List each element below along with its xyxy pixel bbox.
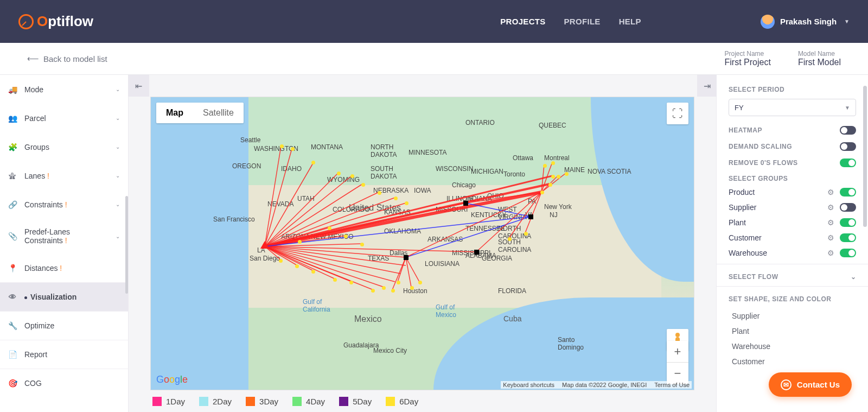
sidebar-item-distances[interactable]: 📍Distances !: [0, 253, 128, 282]
legend-swatch: [152, 397, 162, 406]
logo-mark-icon: [18, 14, 34, 29]
gear-icon[interactable]: ⚙: [827, 203, 834, 212]
map-node-square: [463, 201, 468, 206]
contact-us-button[interactable]: ✉ Contact Us: [769, 372, 852, 397]
legend-swatch: [386, 397, 395, 406]
sidebar-item-cog[interactable]: 🎯COG: [0, 369, 128, 397]
contact-label: Contact Us: [797, 380, 840, 389]
sidebar-item-mode[interactable]: 🚚Mode⌄: [0, 75, 128, 104]
shape-item-plant[interactable]: Plant: [729, 324, 856, 339]
right-panel: ⇥ SELECT PERIOD FY ▼ HEATMAP DEMAND SCAL…: [716, 75, 868, 412]
link-icon: 🔗: [8, 200, 17, 209]
avatar-icon: [761, 15, 775, 29]
legend-item-5day: 5Day: [339, 397, 372, 406]
chevron-down-icon: ▼: [844, 18, 850, 24]
svg-line-42: [392, 257, 406, 290]
group-row-warehouse: Warehouse⚙: [729, 249, 856, 257]
puzzle-icon: 🧩: [8, 143, 17, 151]
legend-swatch: [199, 397, 208, 406]
primary-nav: PROJECTS PROFILE HELP: [500, 17, 641, 26]
arrow-left-icon: ⟵: [27, 54, 39, 64]
target-icon: 🎯: [8, 379, 17, 388]
group-warehouse-toggle[interactable]: [840, 249, 856, 257]
pin-icon: 📍: [8, 264, 17, 272]
legend-item-4day: 4Day: [292, 397, 325, 406]
user-menu[interactable]: Prakash Singh ▼: [761, 15, 850, 29]
gear-icon[interactable]: ⚙: [827, 188, 834, 197]
truck-icon: 🚚: [8, 85, 17, 94]
group-row-supplier: Supplier⚙: [729, 203, 856, 212]
right-panel-collapse-button[interactable]: ⇥: [697, 75, 717, 97]
gear-icon[interactable]: ⚙: [827, 233, 834, 242]
demand-scaling-toggle[interactable]: [840, 142, 856, 151]
group-row-plant: Plant⚙: [729, 218, 856, 227]
sidebar-item-visualization[interactable]: 👁Visualization: [0, 282, 128, 311]
gear-icon[interactable]: ⚙: [827, 218, 834, 227]
sidebar-item-optimize[interactable]: 🔧Optimize: [0, 311, 128, 340]
legend-swatch: [292, 397, 302, 406]
svg-line-31: [406, 217, 531, 257]
sidebar: ⇤ 🚚Mode⌄👥Parcel⌄🧩Groups⌄🛣Lanes !⌄🔗Constr…: [0, 75, 129, 412]
svg-line-32: [476, 192, 541, 252]
shape-item-customer[interactable]: Customer: [729, 354, 856, 369]
keyboard-shortcuts-link[interactable]: Keyboard shortcuts: [503, 382, 554, 388]
terms-link[interactable]: Terms of Use: [654, 382, 690, 388]
map-node-square: [474, 250, 479, 255]
map-node-square: [404, 255, 409, 260]
gear-icon[interactable]: ⚙: [827, 249, 834, 257]
select-period-label: SELECT PERIOD: [729, 86, 856, 93]
map-type-satellite-button[interactable]: Satellite: [193, 103, 244, 123]
svg-line-30: [465, 203, 531, 217]
fullscreen-button[interactable]: ⛶: [667, 103, 688, 124]
nav-help[interactable]: HELP: [619, 17, 641, 26]
map-type-map-button[interactable]: Map: [156, 103, 193, 123]
users-icon: 👥: [8, 114, 17, 123]
chevron-down-icon: ⌄: [116, 233, 120, 239]
sidebar-item-groups[interactable]: 🧩Groups⌄: [0, 132, 128, 161]
set-shape-label: SET SHAPE, SIZE AND COLOR: [729, 295, 856, 303]
group-plant-toggle[interactable]: [840, 218, 856, 227]
map-node-square: [528, 214, 533, 219]
remove-zero-flows-toggle[interactable]: [840, 159, 856, 167]
nav-projects[interactable]: PROJECTS: [500, 17, 545, 26]
google-logo: Google: [156, 374, 188, 385]
flow-lines: [151, 97, 694, 390]
subheader: ⟵ Back to model list Project Name First …: [0, 43, 868, 75]
back-to-models-link[interactable]: ⟵ Back to model list: [27, 54, 107, 64]
shape-item-supplier[interactable]: Supplier: [729, 308, 856, 324]
logo[interactable]: Optiflow: [18, 13, 93, 30]
group-supplier-toggle[interactable]: [840, 203, 856, 212]
demand-scaling-label: DEMAND SCALING: [729, 143, 792, 150]
remove-zero-flows-label: REMOVE 0'S FLOWS: [729, 159, 798, 167]
nav-profile[interactable]: PROFILE: [564, 17, 601, 26]
group-customer-toggle[interactable]: [840, 233, 856, 242]
map[interactable]: United States Mexico Cuba Seattle WASHIN…: [150, 97, 694, 390]
sidebar-item-parcel[interactable]: 👥Parcel⌄: [0, 104, 128, 132]
legend-item-3day: 3Day: [246, 397, 278, 406]
group-product-toggle[interactable]: [840, 188, 856, 197]
doc-icon: 📄: [8, 350, 17, 359]
shape-item-warehouse[interactable]: Warehouse: [729, 339, 856, 354]
chevron-down-icon: ⌄: [116, 201, 120, 207]
map-attribution: Keyboard shortcuts Map data ©2022 Google…: [501, 381, 692, 389]
sidebar-item-report[interactable]: 📄Report: [0, 340, 128, 369]
heatmap-label: HEATMAP: [729, 126, 762, 134]
map-area: United States Mexico Cuba Seattle WASHIN…: [129, 75, 716, 412]
group-row-customer: Customer⚙: [729, 233, 856, 242]
eye-icon: 👁: [8, 293, 17, 301]
right-panel-scrollbar[interactable]: [863, 86, 867, 227]
logo-text-opti: O: [37, 13, 48, 30]
zoom-in-button[interactable]: +: [667, 341, 688, 363]
app-header: Optiflow PROJECTS PROFILE HELP Prakash S…: [0, 0, 868, 43]
sidebar-item-constraints[interactable]: 🔗Constraints !⌄: [0, 190, 128, 219]
heatmap-toggle[interactable]: [840, 126, 856, 135]
sidebar-item-lanes[interactable]: 🛣Lanes !⌄: [0, 161, 128, 190]
zoom-control: + −: [667, 341, 688, 384]
select-groups-label: SELECT GROUPS: [729, 175, 856, 182]
chevron-down-icon: ⌄: [116, 86, 120, 92]
sidebar-scrollbar[interactable]: [125, 196, 128, 294]
sidebar-item-predef-lanes[interactable]: 📎Predef-LanesConstraints !⌄: [0, 219, 128, 253]
period-select[interactable]: FY ▼: [729, 99, 856, 116]
select-flow-label: SELECT FLOW: [729, 273, 778, 281]
chevron-down-icon[interactable]: ⌄: [851, 273, 857, 281]
